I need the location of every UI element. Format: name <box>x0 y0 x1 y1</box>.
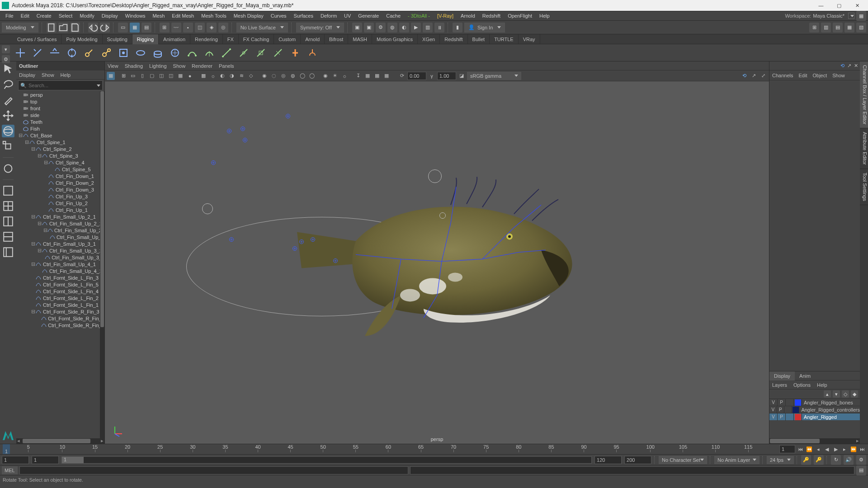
pause-icon[interactable]: ⏸ <box>434 23 444 33</box>
outliner-item-ctrl_fin_small_up_2_1[interactable]: ⊟Ctrl_Fin_Small_Up_2_1 <box>16 213 104 220</box>
outliner-scrollbar-v[interactable] <box>100 91 104 438</box>
menu-generate[interactable]: Generate <box>354 13 382 19</box>
outliner-item-ctrl_fin_small_up_4_1[interactable]: ⊟Ctrl_Fin_Small_Up_4_1 <box>16 261 104 267</box>
new-scene-icon[interactable] <box>47 23 57 33</box>
shelf-tab-fx[interactable]: FX <box>223 34 239 44</box>
shelf-button-0[interactable] <box>13 45 28 61</box>
modeling-toolkit-toggle-icon[interactable]: ▧ <box>856 23 866 33</box>
range-handle[interactable]: 1 <box>62 457 84 463</box>
prefs-icon[interactable]: ⚙ <box>856 455 866 465</box>
menu-curves[interactable]: Curves <box>267 13 290 19</box>
tree-toggle-icon[interactable]: ⊟ <box>24 139 29 145</box>
shelf-tab-motion-graphics[interactable]: Motion Graphics <box>372 34 418 44</box>
lasso-tool-icon[interactable] <box>2 79 14 91</box>
attr-editor-toggle-icon[interactable]: ▤ <box>833 23 843 33</box>
menu-mesh[interactable]: Mesh <box>149 13 168 19</box>
outliner-pane-icon[interactable] <box>2 246 14 258</box>
outliner-item-ctrl_fin_down_2[interactable]: Ctrl_Fin_Down_2 <box>16 179 104 186</box>
menu-select[interactable]: Select <box>55 13 76 19</box>
menu-cache[interactable]: Cache <box>382 13 404 19</box>
menu-uv[interactable]: UV <box>340 13 354 19</box>
two-pane-v-icon[interactable] <box>2 215 14 228</box>
hypershade-icon[interactable]: ◍ <box>387 23 397 33</box>
workspace-value[interactable]: Maya Classic* <box>813 13 848 19</box>
range-start[interactable]: 1 <box>32 456 59 464</box>
shelf-tab-bifrost[interactable]: Bifrost <box>325 34 348 44</box>
shelf-tab-rendering[interactable]: Rendering <box>190 34 223 44</box>
cb-menu-channels[interactable]: Channels <box>772 73 793 78</box>
shelf-button-6[interactable] <box>116 45 131 61</box>
vp-ao-icon[interactable]: ◑ <box>228 72 236 80</box>
snap-plane-icon[interactable]: ◫ <box>195 23 205 33</box>
snap-grid-icon[interactable]: ⊞ <box>160 23 170 33</box>
vp-expo-icon[interactable]: ☀ <box>331 72 339 80</box>
save-scene-icon[interactable] <box>70 23 80 33</box>
tool-settings-toggle-icon[interactable]: ▥ <box>821 23 831 33</box>
vp-restore-icon[interactable]: ⟲ <box>740 72 748 80</box>
menu-file[interactable]: File <box>2 13 17 19</box>
vp-xray-joint-icon[interactable]: ◎ <box>279 72 288 80</box>
outliner-item-ctrl_spine_1[interactable]: ⊟Ctrl_Spine_1 <box>16 139 104 145</box>
vp-shaded-icon[interactable]: ● <box>186 72 194 80</box>
command-input[interactable] <box>19 466 408 474</box>
outliner-item-ctrl_fin_down_1[interactable]: Ctrl_Fin_Down_1 <box>16 173 104 179</box>
cb-tearoff-icon[interactable]: ↗ <box>847 63 851 69</box>
outliner-scrollbar-h[interactable]: ◂ ▸ <box>16 438 104 444</box>
outliner-item-ctrl_fin_down_3[interactable]: Ctrl_Fin_Down_3 <box>16 186 104 193</box>
viewport[interactable]: persp <box>105 81 769 444</box>
outliner-item-fish[interactable]: Fish <box>16 125 104 132</box>
tree-toggle-icon[interactable]: ⊟ <box>31 261 35 267</box>
vp-menu-view[interactable]: View <box>108 63 118 69</box>
outliner-item-ctrl_fornt_side_r_fin_4[interactable]: Ctrl_Fornt_Side_R_Fin_4 <box>16 322 104 328</box>
cb-menu-show[interactable]: Show <box>832 73 845 78</box>
shelf-tab-mash[interactable]: MASH <box>348 34 372 44</box>
shelf-tab-sculpting[interactable]: Sculpting <box>103 34 132 44</box>
outliner-item-ctrl_fin_small_up_3_2[interactable]: ⊟Ctrl_Fin_Small_Up_3_2 <box>16 247 104 254</box>
side-tab-tool-settings[interactable]: Tool Settings <box>860 169 868 205</box>
outliner-item-side[interactable]: side <box>16 112 104 118</box>
layer-scrollbar-h[interactable]: ◂▸ <box>769 438 860 444</box>
vp-light-icon[interactable]: ☼ <box>209 72 217 80</box>
auto-key-icon[interactable]: 🔑 <box>801 455 811 465</box>
last-tool-icon[interactable] <box>2 162 14 175</box>
play-fwd-icon[interactable]: ▶ <box>832 445 840 454</box>
select-by-component-icon[interactable]: ▦ <box>130 23 140 33</box>
shelf-tab-rigging[interactable]: Rigging <box>132 34 159 44</box>
vp-select-cam-icon[interactable]: ▦ <box>107 72 115 80</box>
outliner-menu-display[interactable]: Display <box>19 72 35 78</box>
layer-menu-help[interactable]: Help <box>817 382 827 388</box>
tree-toggle-icon[interactable]: ⊟ <box>37 248 42 253</box>
layer-visible-toggle[interactable]: V <box>769 399 778 406</box>
outliner-item-ctrl_fin_small_up_2_4[interactable]: Ctrl_Fin_Small_Up_2_4 <box>16 234 104 240</box>
shelf-button-10[interactable] <box>184 45 200 61</box>
layer-playback-toggle[interactable]: P <box>778 413 786 421</box>
cb-close-icon[interactable]: ✕ <box>854 63 858 69</box>
menu-surfaces[interactable]: Surfaces <box>290 13 317 19</box>
layer-playback-toggle[interactable]: P <box>777 406 785 413</box>
vp-isolate-icon[interactable]: ◉ <box>260 72 269 80</box>
layer-color-swatch[interactable] <box>792 406 800 413</box>
redo-icon[interactable] <box>100 23 110 33</box>
snap-live-icon[interactable]: ◈ <box>207 23 217 33</box>
rotate-tool-icon[interactable] <box>2 125 14 137</box>
layer-visible-toggle[interactable]: V <box>769 413 778 421</box>
shelf-button-1[interactable] <box>30 45 45 61</box>
shelf-button-15[interactable] <box>270 45 286 61</box>
outliner-item-top[interactable]: top <box>16 98 104 105</box>
step-back-key-icon[interactable]: ⏪ <box>806 445 813 454</box>
menu--v-ray-[interactable]: [V-Ray] <box>434 13 457 19</box>
step-fwd-icon[interactable]: ▸ <box>841 445 849 454</box>
shelf-button-7[interactable] <box>133 45 148 61</box>
fps-dropdown[interactable]: 24 fps <box>767 456 794 464</box>
side-tab-channel-box-layer-editor[interactable]: Channel Box / Layer Editor <box>860 61 868 128</box>
tree-toggle-icon[interactable]: ⊟ <box>31 309 35 314</box>
shelf-tab-turtle[interactable]: TURTLE <box>490 34 519 44</box>
outliner-menu-show[interactable]: Show <box>42 72 54 78</box>
outliner-item-ctrl_fin_up_1[interactable]: Ctrl_Fin_Up_1 <box>16 206 104 213</box>
layer-move-down-icon[interactable]: ▾ <box>833 390 840 398</box>
layer-playback-toggle[interactable]: P <box>778 399 786 406</box>
sign-in-button[interactable]: 👤Sign In <box>464 23 505 33</box>
vp-film-gate-icon[interactable]: ▭ <box>129 72 137 80</box>
shelf-button-5[interactable] <box>99 45 114 61</box>
outliner-item-ctrl_fornt_side_l_fin_3[interactable]: Ctrl_Fornt_Side_L_Fin_3 <box>16 274 104 281</box>
